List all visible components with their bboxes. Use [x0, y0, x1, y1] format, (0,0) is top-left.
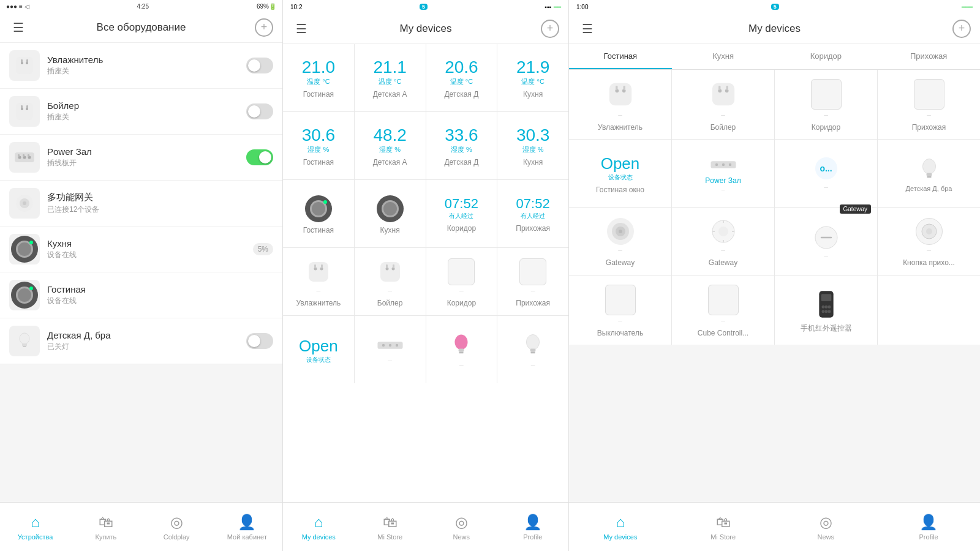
- grid-cell[interactable]: – Кнопка прихо...: [878, 208, 980, 275]
- status-time-1: 4:25: [137, 3, 149, 10]
- svg-rect-16: [28, 154, 29, 157]
- grid-cell[interactable]: Детская Д, бра: [878, 140, 980, 207]
- menu-button-3[interactable]: ☰: [578, 20, 597, 38]
- grid-cell[interactable]: –: [426, 316, 497, 383]
- grid-cell[interactable]: 21.9 温度 °C Кухня: [497, 44, 568, 111]
- nav-item-news[interactable]: ◎ News: [426, 503, 497, 551]
- nav-item-mydevices-3[interactable]: ⌂ My devices: [569, 503, 672, 551]
- grid-cell[interactable]: 07:52 有人经过 Прихожая: [497, 180, 568, 247]
- list-item[interactable]: 多功能网关 已连接12个设备: [0, 181, 282, 227]
- minus-circle-icon: [813, 224, 840, 251]
- device-icon-camera: [9, 234, 40, 264]
- grid-cell[interactable]: – Выключатель: [569, 276, 671, 345]
- add-device-button-2[interactable]: +: [541, 20, 559, 38]
- grid-cell[interactable]: 48.2 湿度 % Детская А: [355, 112, 426, 179]
- list-item[interactable]: Гостиная 设备在线: [0, 272, 282, 318]
- grid-cell[interactable]: Гостиная: [283, 180, 354, 247]
- compass-icon: ◎: [820, 514, 832, 531]
- device-name-label: Cube Controll...: [698, 329, 748, 337]
- grid-cell[interactable]: – Gateway: [672, 208, 774, 275]
- room-tab-koridor[interactable]: Коридор: [775, 44, 878, 69]
- grid-cell[interactable]: – Бойлер: [672, 70, 774, 139]
- grid-cell[interactable]: 21.1 温度 °C Детская А: [355, 44, 426, 111]
- dash-label: –: [618, 111, 622, 119]
- room-label: Кухня: [523, 90, 543, 99]
- status-right-3: ━━━: [962, 4, 973, 10]
- grid-cell[interactable]: 20.6 温度 °C Детская Д: [426, 44, 497, 111]
- grid-cell[interactable]: – Прихожая: [878, 70, 980, 139]
- add-device-button-1[interactable]: +: [255, 18, 273, 37]
- nav-item-profile-3[interactable]: 👤 Profile: [877, 503, 980, 551]
- grid-cell[interactable]: Power Зал –: [672, 140, 774, 207]
- p3-row3: – Gateway – Gateway Gateway: [569, 208, 980, 275]
- device-list-1: Увлажнитель 插座关 Бойлер 插座关: [0, 43, 282, 502]
- grid-cell[interactable]: – Увлажнитель: [569, 70, 671, 139]
- room-label: Прихожая: [516, 224, 550, 233]
- list-item[interactable]: Power Зал 插线板开: [0, 135, 282, 181]
- device-name: Бойлер: [47, 100, 246, 111]
- grid-cell[interactable]: Gateway –: [775, 208, 877, 275]
- toggle-switch[interactable]: [246, 149, 273, 165]
- grid-cell[interactable]: – Коридор: [426, 248, 497, 315]
- powerstrip-icon: [377, 337, 404, 354]
- toggle-switch[interactable]: [246, 333, 273, 349]
- nav-item-profile[interactable]: 👤 Profile: [497, 503, 569, 551]
- nav-item-coldplay[interactable]: ◎ Coldplay: [141, 503, 212, 551]
- add-device-button-3[interactable]: +: [952, 20, 971, 38]
- menu-button-2[interactable]: ☰: [292, 20, 311, 38]
- nav-item-devices[interactable]: ⌂ Устройства: [0, 503, 70, 551]
- grid-cell[interactable]: 21.0 温度 °C Гостиная: [283, 44, 354, 111]
- dash-label: –: [531, 287, 535, 295]
- room-label: Увлажнитель: [296, 299, 341, 307]
- dash-label: –: [824, 111, 828, 119]
- room-tab-kuhnya[interactable]: Кухня: [672, 44, 775, 69]
- nav-item-mistore-3[interactable]: 🛍 Mi Store: [672, 503, 775, 551]
- grid-cell[interactable]: 33.6 湿度 % Детская Д: [426, 112, 497, 179]
- room-tab-gostinaya[interactable]: Гостиная: [569, 44, 672, 69]
- grid-cell[interactable]: 30.6 湿度 % Гостиная: [283, 112, 354, 179]
- room-tab-prikhozaya[interactable]: Прихожая: [877, 44, 980, 69]
- grid-cell[interactable]: – Бойлер: [355, 248, 426, 315]
- list-item[interactable]: Детская Д, бра 已关灯: [0, 318, 282, 364]
- toggle-switch[interactable]: [246, 58, 273, 73]
- device-sub: 设备在线: [47, 250, 253, 260]
- grid-cell[interactable]: 手机红外遥控器: [775, 276, 877, 345]
- grid-cell[interactable]: – Коридор: [775, 70, 877, 139]
- toggle-switch[interactable]: [246, 103, 273, 119]
- list-item[interactable]: Кухня 设备在线 5%: [0, 227, 282, 272]
- grid-cell[interactable]: Open 设备状态 Гостиная окно: [569, 140, 671, 207]
- svg-rect-58: [926, 173, 932, 176]
- list-item[interactable]: Увлажнитель 插座关: [0, 43, 282, 89]
- grid-cell[interactable]: – Gateway: [569, 208, 671, 275]
- temp-value: 21.0: [302, 59, 336, 76]
- grid-cell[interactable]: 07:52 有人经过 Коридор: [426, 180, 497, 247]
- svg-point-76: [824, 305, 827, 308]
- nav-item-cabinet[interactable]: 👤 Мой кабинет: [212, 503, 282, 551]
- svg-rect-27: [321, 264, 323, 268]
- status-left-2: 10:2: [290, 4, 302, 10]
- grid-cell[interactable]: – Прихожая: [497, 248, 568, 315]
- nav-item-mydevices[interactable]: ⌂ My devices: [283, 503, 355, 551]
- nav-item-buy[interactable]: 🛍 Купить: [70, 503, 141, 551]
- grid-cell[interactable]: Кухня: [355, 180, 426, 247]
- list-item[interactable]: Бойлер 插座关: [0, 89, 282, 135]
- plug-grid: – Увлажнитель – Бойлер – Коридор: [283, 248, 568, 315]
- svg-point-37: [455, 334, 468, 350]
- svg-rect-23: [309, 262, 328, 282]
- grid-cell[interactable]: Open 设备状态: [283, 316, 354, 383]
- grid-cell[interactable]: –: [355, 316, 426, 383]
- humid-value: 33.6: [445, 127, 478, 144]
- device-icon-plug: [9, 50, 40, 81]
- nav-item-mistore[interactable]: 🛍 Mi Store: [355, 503, 426, 551]
- grid-cell[interactable]: – Cube Controll...: [672, 276, 774, 345]
- grid-cell[interactable]: – Увлажнитель: [283, 248, 354, 315]
- nav-item-news-3[interactable]: ◎ News: [775, 503, 878, 551]
- grid-cell[interactable]: о... –: [775, 140, 877, 207]
- grid-cell[interactable]: 30.3 湿度 % Кухня: [497, 112, 568, 179]
- svg-point-35: [388, 343, 391, 346]
- dash-label: –: [721, 246, 725, 255]
- svg-point-40: [527, 334, 540, 350]
- menu-button-1[interactable]: ☰: [9, 18, 28, 37]
- grid-cell[interactable]: –: [497, 316, 568, 383]
- status-left-3: 1:00: [576, 4, 588, 10]
